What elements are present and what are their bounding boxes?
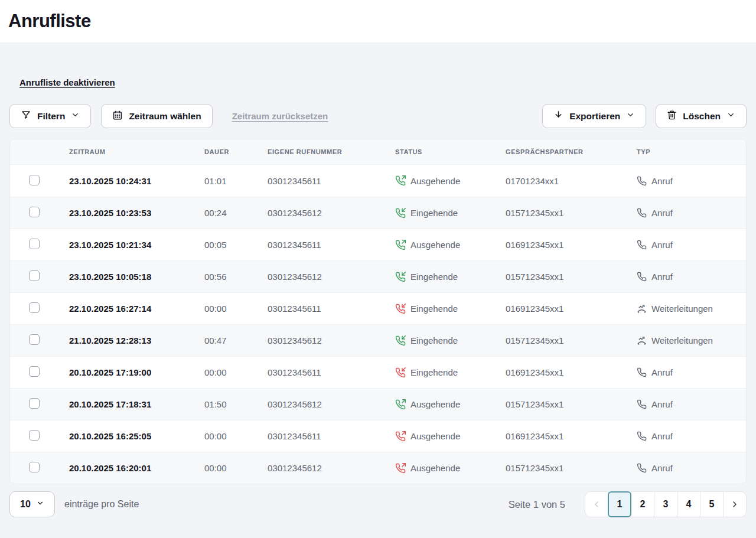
call-incoming-icon <box>395 335 406 346</box>
call-forward-icon <box>637 304 647 314</box>
row-checkbox[interactable] <box>29 462 40 472</box>
row-own-number: 03012345611 <box>268 367 395 377</box>
row-datetime: 23.10.2025 10:24:31 <box>69 176 204 186</box>
row-checkbox[interactable] <box>29 207 40 217</box>
chevron-down-icon <box>626 110 635 122</box>
header-dauer: Dauer <box>204 148 268 155</box>
row-own-number: 03012345611 <box>268 240 395 250</box>
filter-button[interactable]: Filtern <box>9 104 91 128</box>
trash-icon <box>667 110 677 122</box>
calendar-icon <box>112 110 123 123</box>
header-eigene-rufnummer: Eigene Rufnummer <box>268 148 395 155</box>
per-page-value: 10 <box>20 499 31 510</box>
export-button[interactable]: Exportieren <box>542 104 646 128</box>
app-header: Anrufliste <box>0 0 756 43</box>
per-page-controls: 10 einträge pro Seite <box>9 491 139 517</box>
main-content: Anrufliste deaktivieren Filtern <box>0 43 756 517</box>
reset-period-link[interactable]: Zeitraum zurücksetzen <box>232 111 328 121</box>
pagination-page-2[interactable]: 2 <box>631 491 654 517</box>
row-datetime: 23.10.2025 10:21:34 <box>69 240 204 250</box>
row-checkbox[interactable] <box>29 239 40 249</box>
phone-icon <box>637 431 647 441</box>
header-zeitraum: Zeitraum <box>69 148 204 155</box>
row-type-label: Anruf <box>651 399 673 409</box>
chevron-down-icon <box>71 110 80 122</box>
table-row: 23.10.2025 10:24:31 01:01 03012345611 Au… <box>10 165 746 197</box>
call-outgoing-icon <box>395 240 406 250</box>
row-checkbox[interactable] <box>29 334 40 345</box>
page-info: Seite 1 von 5 <box>509 499 565 510</box>
call-forward-icon <box>637 335 647 345</box>
pagination-page-1[interactable]: 1 <box>608 491 631 517</box>
phone-icon <box>637 399 647 409</box>
row-partner-number: 015712345xx1 <box>506 463 637 473</box>
row-checkbox[interactable] <box>29 398 40 409</box>
row-type-label: Weiterleitungen <box>651 304 713 314</box>
toolbar-left: Filtern Zeitraum wählen Zeitraum zurücks… <box>9 104 328 128</box>
row-checkbox[interactable] <box>29 366 40 377</box>
chevron-down-icon <box>36 499 44 510</box>
row-checkbox[interactable] <box>29 175 40 185</box>
row-partner-number: 015712345xx1 <box>506 208 637 218</box>
toolbar-right: Exportieren Löschen <box>533 104 747 128</box>
deactivate-call-list-link[interactable]: Anrufliste deaktivieren <box>19 77 115 87</box>
row-type-label: Anruf <box>651 176 673 186</box>
row-type-label: Weiterleitungen <box>651 335 713 345</box>
pagination-page-3[interactable]: 3 <box>654 491 677 517</box>
call-outgoing-icon <box>395 175 406 186</box>
row-datetime: 20.10.2025 17:18:31 <box>69 399 204 409</box>
row-type-label: Anruf <box>651 431 673 441</box>
row-status-label: Ausgehende <box>410 176 460 186</box>
row-status-label: Eingehende <box>410 335 458 345</box>
row-partner-number: 015712345xx1 <box>506 335 637 345</box>
pagination-prev-button[interactable] <box>585 491 608 517</box>
page-title: Anrufliste <box>8 11 91 32</box>
table-body: 23.10.2025 10:24:31 01:01 03012345611 Au… <box>10 165 746 484</box>
row-partner-number: 015712345xx1 <box>506 272 637 282</box>
row-type-label: Anruf <box>651 240 673 250</box>
phone-icon <box>637 208 647 218</box>
row-checkbox[interactable] <box>29 302 40 313</box>
row-type-label: Anruf <box>651 272 673 282</box>
row-duration: 01:50 <box>204 399 268 409</box>
row-checkbox[interactable] <box>29 430 40 441</box>
row-duration: 00:24 <box>204 208 268 218</box>
pager-controls: Seite 1 von 5 1 2 3 4 5 <box>509 491 747 517</box>
call-incoming-icon <box>395 304 406 314</box>
toolbar: Filtern Zeitraum wählen Zeitraum zurücks… <box>9 104 747 128</box>
row-duration: 01:01 <box>204 176 268 186</box>
call-outgoing-icon <box>395 431 406 442</box>
phone-icon <box>637 240 647 250</box>
call-incoming-icon <box>395 367 406 378</box>
phone-icon <box>637 272 647 282</box>
choose-period-button[interactable]: Zeitraum wählen <box>101 104 212 128</box>
pagination-next-button[interactable] <box>723 491 747 517</box>
row-duration: 00:56 <box>204 272 268 282</box>
row-datetime: 22.10.2025 16:27:14 <box>69 304 204 314</box>
table-row: 23.10.2025 10:05:18 00:56 03012345612 Ei… <box>10 260 746 292</box>
pagination-page-5[interactable]: 5 <box>700 491 724 517</box>
row-partner-number: 016912345xx1 <box>506 240 637 250</box>
row-type-label: Anruf <box>651 208 673 218</box>
call-outgoing-icon <box>395 463 406 474</box>
row-own-number: 03012345612 <box>268 399 395 409</box>
call-incoming-icon <box>395 208 406 219</box>
header-status: Status <box>395 148 506 155</box>
row-own-number: 03012345612 <box>268 335 395 345</box>
row-own-number: 03012345611 <box>268 431 395 441</box>
phone-icon <box>637 367 647 377</box>
row-type-label: Anruf <box>651 463 673 473</box>
row-status-label: Ausgehende <box>410 463 460 473</box>
row-partner-number: 016912345xx1 <box>506 304 637 314</box>
pagination-page-4[interactable]: 4 <box>677 491 700 517</box>
row-checkbox[interactable] <box>29 270 40 281</box>
row-partner-number: 015712345xx1 <box>506 399 637 409</box>
row-own-number: 03012345612 <box>268 208 395 218</box>
row-type-label: Anruf <box>651 367 673 377</box>
call-outgoing-icon <box>395 399 406 410</box>
per-page-select[interactable]: 10 <box>9 491 55 517</box>
table-row: 23.10.2025 10:23:53 00:24 03012345612 Ei… <box>10 197 746 229</box>
table-row: 21.10.2025 12:28:13 00:47 03012345612 Ei… <box>10 324 746 356</box>
call-list-table: Zeitraum Dauer Eigene Rufnummer Status G… <box>9 139 747 484</box>
delete-button[interactable]: Löschen <box>656 104 747 128</box>
